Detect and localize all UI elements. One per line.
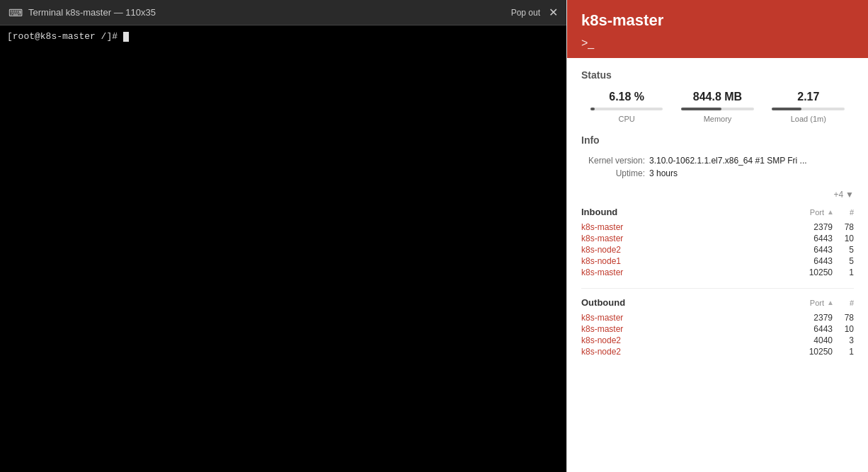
memory-bar-fill <box>681 108 721 110</box>
inbound-header: Inbound Port ▲ # <box>581 207 854 217</box>
status-section-title: Status <box>581 69 854 81</box>
inbound-row-port: 6443 <box>797 234 833 243</box>
terminal-body[interactable]: [root@k8s-master /]# <box>0 25 566 472</box>
terminal-panel: ⌨ Terminal k8s-master — 110x35 Pop out ✕… <box>0 0 566 472</box>
terminal-cursor <box>123 32 129 42</box>
outbound-row-port: 10250 <box>797 347 833 357</box>
inbound-row: k8s-node1 6443 5 <box>581 255 854 267</box>
inbound-row-name[interactable]: k8s-node2 <box>581 245 797 255</box>
inbound-hash-col: # <box>840 208 854 217</box>
expand-row[interactable]: +4 ▼ <box>581 190 854 200</box>
inbound-row-count: 10 <box>833 234 854 243</box>
terminal-title: ⌨ Terminal k8s-master — 110x35 <box>8 7 156 18</box>
inbound-row: k8s-node2 6443 5 <box>581 244 854 255</box>
cpu-status: 6.18 % CPU <box>581 91 672 123</box>
inbound-row-port: 10250 <box>797 267 833 277</box>
outbound-rows: k8s-master 2379 78 k8s-master 6443 10 k8… <box>581 312 854 357</box>
inbound-section: Inbound Port ▲ # k8s-master 2379 78 k8s-… <box>581 207 854 278</box>
outbound-header: Outbound Port ▲ # <box>581 297 854 308</box>
side-panel: k8s-master >_ Status 6.18 % CPU 844.8 MB… <box>566 0 868 472</box>
load-bar-fill <box>772 108 801 110</box>
cpu-label: CPU <box>581 115 672 123</box>
expand-chevron-icon: ▼ <box>845 190 854 200</box>
kernel-value: 3.10.0-1062.1.1.el7.x86_64 #1 SMP Fri ..… <box>649 156 854 166</box>
outbound-port-sort-icon: ▲ <box>827 299 837 306</box>
inbound-rows: k8s-master 2379 78 k8s-master 6443 10 k8… <box>581 221 854 278</box>
outbound-col-headers: Port ▲ # <box>789 299 854 307</box>
outbound-row: k8s-node2 10250 1 <box>581 346 854 357</box>
outbound-row-count: 3 <box>833 335 854 345</box>
outbound-port-col: Port <box>789 299 824 307</box>
outbound-row-port: 2379 <box>797 313 833 323</box>
outbound-title: Outbound <box>581 297 625 308</box>
info-section: Info Kernel version: 3.10.0-1062.1.1.el7… <box>581 134 854 178</box>
outbound-row-name[interactable]: k8s-master <box>581 313 797 323</box>
cpu-bar-container <box>590 108 663 110</box>
outbound-row-count: 1 <box>833 347 854 357</box>
outbound-row-name[interactable]: k8s-node2 <box>581 347 797 357</box>
network-divider <box>581 288 854 289</box>
memory-label: Memory <box>672 115 763 123</box>
memory-status: 844.8 MB Memory <box>672 91 763 123</box>
uptime-value: 3 hours <box>649 168 854 178</box>
outbound-hash-col: # <box>840 299 854 307</box>
side-header-title: k8s-master <box>581 11 854 30</box>
load-label: Load (1m) <box>763 115 854 123</box>
memory-bar-container <box>681 108 754 110</box>
status-grid: 6.18 % CPU 844.8 MB Memory 2.17 Load (1m… <box>581 91 854 123</box>
terminal-actions: Pop out ✕ <box>511 6 558 19</box>
cpu-value: 6.18 % <box>581 91 672 103</box>
inbound-row-count: 78 <box>833 222 854 232</box>
inbound-row-name[interactable]: k8s-master <box>581 234 797 243</box>
terminal-prompt: [root@k8s-master /]# <box>7 31 123 42</box>
outbound-row-port: 6443 <box>797 324 833 334</box>
outbound-row-name[interactable]: k8s-master <box>581 324 797 334</box>
terminal-icon: ⌨ <box>8 7 23 18</box>
outbound-row-count: 10 <box>833 324 854 334</box>
inbound-title: Inbound <box>581 207 617 217</box>
uptime-label: Uptime: <box>581 168 645 178</box>
inbound-row: k8s-master 2379 78 <box>581 221 854 233</box>
outbound-row-name[interactable]: k8s-node2 <box>581 335 797 345</box>
inbound-row-name[interactable]: k8s-master <box>581 267 797 277</box>
memory-value: 844.8 MB <box>672 91 763 103</box>
uptime-row: Uptime: 3 hours <box>581 168 854 178</box>
inbound-row: k8s-master 10250 1 <box>581 267 854 278</box>
inbound-row-port: 2379 <box>797 222 833 232</box>
inbound-port-sort-icon: ▲ <box>827 208 837 216</box>
outbound-row-port: 4040 <box>797 335 833 345</box>
load-status: 2.17 Load (1m) <box>763 91 854 123</box>
inbound-row-count: 5 <box>833 256 854 266</box>
side-header: k8s-master >_ <box>567 0 868 58</box>
terminal-prompt-icon: >_ <box>581 37 594 50</box>
terminal-titlebar: ⌨ Terminal k8s-master — 110x35 Pop out ✕ <box>0 0 566 25</box>
kernel-label: Kernel version: <box>581 156 645 166</box>
inbound-row-port: 6443 <box>797 245 833 255</box>
load-value: 2.17 <box>763 91 854 103</box>
terminal-close-button[interactable]: ✕ <box>549 6 558 19</box>
inbound-row-port: 6443 <box>797 256 833 266</box>
side-content: Status 6.18 % CPU 844.8 MB Memory 2.17 <box>567 58 868 472</box>
inbound-col-headers: Port ▲ # <box>789 208 854 217</box>
cpu-bar-fill <box>590 108 595 110</box>
outbound-row: k8s-node2 4040 3 <box>581 335 854 346</box>
inbound-port-col: Port <box>789 208 824 217</box>
inbound-row-name[interactable]: k8s-master <box>581 222 797 232</box>
kernel-row: Kernel version: 3.10.0-1062.1.1.el7.x86_… <box>581 156 854 166</box>
inbound-row-count: 1 <box>833 267 854 277</box>
terminal-title-text: Terminal k8s-master — 110x35 <box>28 7 156 18</box>
inbound-row-name[interactable]: k8s-node1 <box>581 256 797 266</box>
side-header-terminal-row: >_ <box>581 37 854 50</box>
inbound-row: k8s-master 6443 10 <box>581 233 854 244</box>
outbound-row: k8s-master 6443 10 <box>581 323 854 335</box>
expand-label[interactable]: +4 <box>833 190 843 200</box>
inbound-row-count: 5 <box>833 245 854 255</box>
info-section-title: Info <box>581 134 854 146</box>
pop-out-button[interactable]: Pop out <box>511 8 540 18</box>
load-bar-container <box>772 108 845 110</box>
outbound-row-count: 78 <box>833 313 854 323</box>
outbound-row: k8s-master 2379 78 <box>581 312 854 323</box>
outbound-section: Outbound Port ▲ # k8s-master 2379 78 k8s… <box>581 297 854 357</box>
